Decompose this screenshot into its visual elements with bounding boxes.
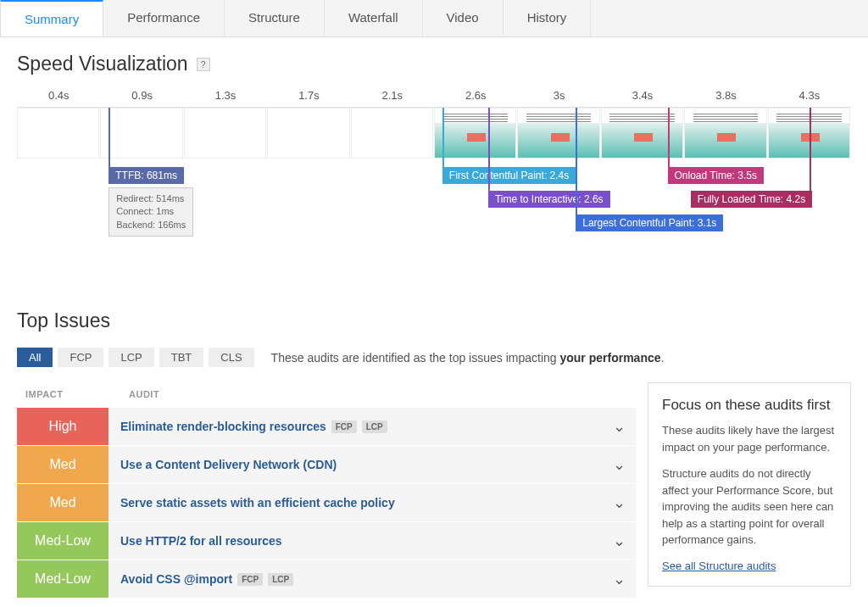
filmstrip-frame [684,108,766,159]
filmstrip [17,108,851,159]
speed-viz-title: Speed Visualization [17,53,188,75]
chevron-down-icon[interactable]: ⌄ [602,484,636,521]
filmstrip-frame [601,108,683,159]
timeline-tick: 1.3s [184,84,267,107]
timeline-ticks: 0.4s0.9s1.3s1.7s2.1s2.6s3s3.4s3.8s4.3s [17,84,851,108]
impact-badge: Med-Low [17,560,108,598]
timeline-tick: 1.7s [267,84,350,107]
top-issues-heading: Top Issues [0,294,868,341]
filter-pill-lcp[interactable]: LCP [108,348,153,367]
issue-row[interactable]: HighEliminate render-blocking resourcesF… [17,408,636,446]
audit-cell: Eliminate render-blocking resourcesFCPLC… [108,408,602,445]
audit-cell: Use HTTP/2 for all resources [108,522,602,560]
impact-badge: Med [17,484,108,521]
filter-pill-fcp[interactable]: FCP [58,348,103,367]
tab-structure[interactable]: Structure [225,0,325,36]
chevron-down-icon[interactable]: ⌄ [602,408,636,445]
issues-header: IMPACT AUDIT [17,382,636,408]
header-impact: IMPACT [25,389,117,399]
issue-row[interactable]: Med-LowAvoid CSS @importFCPLCP⌄ [17,560,636,599]
fcp-marker-label[interactable]: First Contentful Paint: 2.4s [442,167,576,184]
chevron-down-icon[interactable]: ⌄ [602,446,636,483]
filmstrip-frame [100,108,182,159]
issue-row[interactable]: MedUse a Content Delivery Network (CDN)⌄ [17,446,636,484]
header-audit: AUDIT [117,389,159,399]
audit-cell: Serve static assets with an efficient ca… [108,484,602,521]
audit-name: Avoid CSS @import [120,572,232,586]
tab-waterfall[interactable]: Waterfall [325,0,423,36]
audit-tag: FCP [331,420,357,433]
impact-badge: Med-Low [17,522,108,560]
tti-marker-label[interactable]: Time to Interactive: 2.6s [488,191,610,208]
filmstrip-frame [267,108,349,159]
ttfb-details: Redirect: 514msConnect: 1msBackend: 166m… [108,187,193,237]
audit-name: Use HTTP/2 for all resources [120,534,282,548]
fully-marker-line [810,108,811,201]
filmstrip-frame [351,108,433,159]
filter-pill-tbt[interactable]: TBT [159,348,204,367]
speed-visualization: 0.4s0.9s1.3s1.7s2.1s2.6s3s3.4s3.8s4.3s T… [0,84,868,294]
timeline-tick: 4.3s [768,84,851,107]
audit-name: Use a Content Delivery Network (CDN) [120,458,337,471]
tab-video[interactable]: Video [423,0,504,36]
tab-history[interactable]: History [504,0,592,36]
chevron-down-icon[interactable]: ⌄ [602,522,636,560]
onload-marker-label[interactable]: Onload Time: 3.5s [668,167,764,184]
issue-row[interactable]: Med-LowUse HTTP/2 for all resources⌄ [17,522,636,560]
audit-tag: LCP [362,420,387,433]
timeline-tick: 2.1s [351,84,434,107]
impact-badge: Med [17,446,108,483]
timeline-tick: 3.4s [601,84,684,107]
ttfb-marker-label[interactable]: TTFB: 681ms [108,167,184,184]
focus-p2: Structure audits do not directly affect … [662,465,837,549]
audit-tag: FCP [237,573,263,586]
help-icon[interactable]: ? [197,58,210,71]
lcp-marker-line [576,108,577,225]
main-tabs: SummaryPerformanceStructureWaterfallVide… [0,0,868,37]
filmstrip-frame [17,108,99,159]
markers-area: TTFB: 681msFirst Contentful Paint: 2.4sT… [17,159,851,277]
audit-tag: LCP [268,573,293,586]
audit-cell: Use a Content Delivery Network (CDN) [108,446,602,483]
timeline-tick: 0.4s [17,84,100,107]
filter-description: These audits are identified as the top i… [271,351,665,365]
audit-cell: Avoid CSS @importFCPLCP [108,560,602,598]
audit-name: Serve static assets with an efficient ca… [120,496,395,510]
timeline-tick: 3.8s [684,84,767,107]
filter-pill-all[interactable]: All [17,348,53,367]
timeline-tick: 2.6s [434,84,517,107]
focus-panel: Focus on these audits first These audits… [648,382,851,587]
filter-row: AllFCPLCPTBTCLSThese audits are identifi… [0,341,868,382]
issues-table: IMPACT AUDIT HighEliminate render-blocki… [17,382,636,599]
filmstrip-frame [517,108,599,159]
lcp-marker-label[interactable]: Largest Contentful Paint: 3.1s [576,214,723,231]
impact-badge: High [17,408,108,445]
tti-marker-line [488,108,490,201]
tab-performance[interactable]: Performance [103,0,225,36]
structure-audits-link[interactable]: See all Structure audits [662,560,776,572]
top-issues-title: Top Issues [17,309,110,332]
issues-layout: IMPACT AUDIT HighEliminate render-blocki… [0,382,868,599]
filmstrip-frame [434,108,516,159]
focus-p1: These audits likely have the largest imp… [662,422,837,455]
filmstrip-frame [184,108,266,159]
issue-row[interactable]: MedServe static assets with an efficient… [17,484,636,522]
fully-marker-label[interactable]: Fully Loaded Time: 4.2s [691,191,812,208]
filter-pill-cls[interactable]: CLS [209,348,253,367]
chevron-down-icon[interactable]: ⌄ [602,560,636,598]
speed-viz-heading: Speed Visualization ? [0,37,868,84]
tab-summary[interactable]: Summary [0,0,103,36]
audit-name: Eliminate render-blocking resources [120,420,326,433]
timeline-tick: 3s [517,84,600,107]
timeline-tick: 0.9s [100,84,183,107]
focus-title: Focus on these audits first [662,397,837,414]
